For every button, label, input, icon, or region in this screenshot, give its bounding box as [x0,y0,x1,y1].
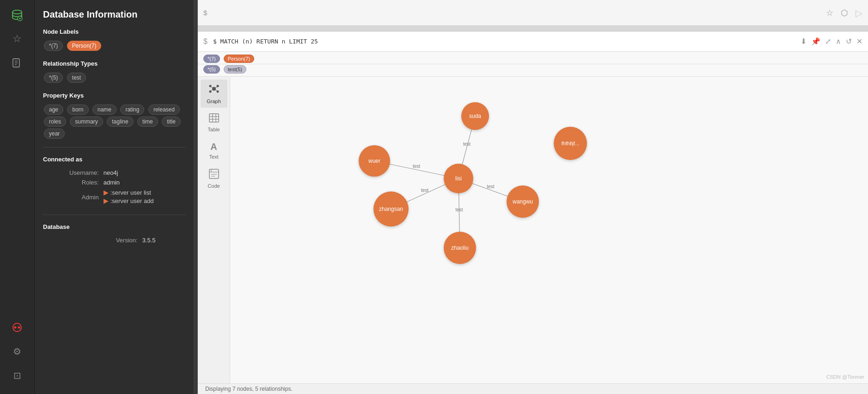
divider-2 [43,215,185,215]
icon-sidebar: ☆ ⚙ ⊡ [0,0,35,394]
roles-value: admin [102,178,184,187]
view-content: Graph Table A [198,77,868,383]
prop-tag-born[interactable]: born [67,105,88,115]
command-bar: $ ☆ ⬡ ▷ [198,0,868,26]
view-sidebar: Graph Table A [198,77,230,383]
sidebar-icon-star[interactable]: ☆ [7,29,27,49]
prop-tag-title[interactable]: title [162,117,181,127]
rel-tag-test[interactable]: test [67,73,86,83]
download-icon[interactable]: ⬇ [801,37,807,46]
svg-text:test: test [455,207,463,212]
sidebar-icon-search[interactable] [7,53,27,73]
prop-tag-released[interactable]: released [148,105,180,115]
svg-text:test: test [463,142,471,147]
node-labels-heading: Node Labels [43,28,185,35]
rel-tag-all[interactable]: *(5) [44,73,63,83]
view-btn-table[interactable]: Table [201,110,227,136]
prop-tag-time[interactable]: time [137,117,158,127]
admin-link-1-text: :server user list [110,189,151,196]
view-btn-text[interactable]: A Text [201,138,227,163]
chevron-up-icon[interactable]: ∧ [836,37,841,46]
result-prompt-symbol: $ [203,37,208,46]
svg-rect-18 [209,114,219,122]
svg-line-16 [211,90,213,91]
node-wuer[interactable]: wuer [359,145,390,177]
node-tag-all[interactable]: *(7) [44,41,63,51]
result-tag-all-nodes[interactable]: *(7) [203,55,220,63]
version-row: Version: 3.5.5 [44,236,184,245]
node-lisi[interactable]: lisi [444,164,473,193]
sidebar-icon-settings[interactable]: ⚙ [7,341,27,362]
admin-label: Admin [44,188,101,206]
bookmark-icon[interactable]: ⬡ [841,8,848,18]
node-wangwu[interactable]: wangwu [507,185,539,218]
admin-link-2[interactable]: ▶ :server user add [104,197,183,204]
view-btn-graph[interactable]: Graph [201,80,227,108]
code-label: Code [208,183,220,189]
watermark: CSDN @Timmer [826,374,864,380]
svg-point-9 [212,87,216,91]
sidebar-icon-error[interactable] [7,317,27,338]
table-view-icon [209,113,219,125]
result-tag-all-rels[interactable]: *(5) [203,65,220,74]
property-keys-heading: Property Keys [43,92,185,99]
graph-label: Graph [207,98,221,104]
node-labels-tags: *(7) Person(7) [43,40,185,52]
text-view-icon: A [210,142,217,152]
query-tabs-bar [198,26,868,31]
username-label: Username: [44,168,101,177]
play-icon-1: ▶ [104,189,109,196]
prop-tag-name[interactable]: name [92,105,116,115]
prop-tag-age[interactable]: age [44,105,63,115]
result-header: $ $ MATCH (n) RETURN n LIMIT 25 ⬇ 📌 ⤢ ∧ … [198,31,868,52]
database-section: Database Version: 3.5.5 [43,223,185,246]
svg-point-8 [18,326,20,329]
result-tabs-row-2: *(5) test(5) [198,64,868,77]
sidebar-icon-database[interactable] [7,5,27,25]
node-zhaoliu[interactable]: zhaoliu [444,232,476,264]
refresh-icon[interactable]: ↺ [846,37,852,46]
play-command-icon[interactable]: ▷ [856,7,862,18]
main-content: $ ☆ ⬡ ▷ $ $ MATCH (n) RETURN n LIMIT 25 … [198,0,868,394]
expand-icon[interactable]: ⤢ [825,37,831,46]
property-keys-tags: age born name rating released roles summ… [43,104,185,140]
command-input[interactable] [210,9,826,17]
prop-tag-tagline[interactable]: tagline [107,117,133,127]
svg-point-10 [209,85,211,87]
sidebar-icon-person[interactable]: ⊡ [7,365,27,386]
node-zhangsan[interactable]: zhangsan [373,191,409,227]
info-panel: Database Information Node Labels *(7) Pe… [35,0,194,394]
play-icon-2: ▶ [104,197,109,204]
svg-line-17 [215,90,217,91]
close-result-icon[interactable]: ✕ [856,37,862,46]
result-tag-test[interactable]: test(5) [224,65,246,74]
resize-handle[interactable] [194,0,198,394]
result-tag-person[interactable]: Person(7) [224,55,254,63]
prop-tag-year[interactable]: year [44,129,65,139]
table-label: Table [208,127,220,132]
svg-point-13 [216,91,219,93]
node-suda[interactable]: suda [461,102,489,130]
username-row: Username: neo4j [44,168,184,177]
svg-point-12 [209,91,211,93]
svg-point-11 [216,85,219,87]
result-query-text: $ MATCH (n) RETURN n LIMIT 25 [213,38,797,45]
svg-text:test: test [487,184,494,189]
node-fhfhfijf[interactable]: fhfhfijf... [554,127,587,160]
favorite-icon[interactable]: ☆ [826,8,833,18]
svg-text:test: test [421,188,428,193]
node-tag-person[interactable]: Person(7) [67,41,102,51]
pin-icon[interactable]: 📌 [811,37,820,46]
view-btn-code[interactable]: Code [201,165,227,192]
prop-tag-summary[interactable]: summary [70,117,103,127]
result-header-icons: ⬇ 📌 ⤢ ∧ ↺ ✕ [801,37,862,46]
version-label: Version: [44,236,140,245]
admin-link-1[interactable]: ▶ :server user list [104,189,183,196]
connected-info-table: Username: neo4j Roles: admin Admin ▶ :se… [43,167,185,207]
prop-tag-rating[interactable]: rating [120,105,144,115]
result-area: $ $ MATCH (n) RETURN n LIMIT 25 ⬇ 📌 ⤢ ∧ … [198,31,868,394]
prop-tag-roles[interactable]: roles [44,117,66,127]
connected-as-heading: Connected as [43,156,185,163]
svg-line-14 [211,87,213,88]
database-heading: Database [43,223,185,230]
